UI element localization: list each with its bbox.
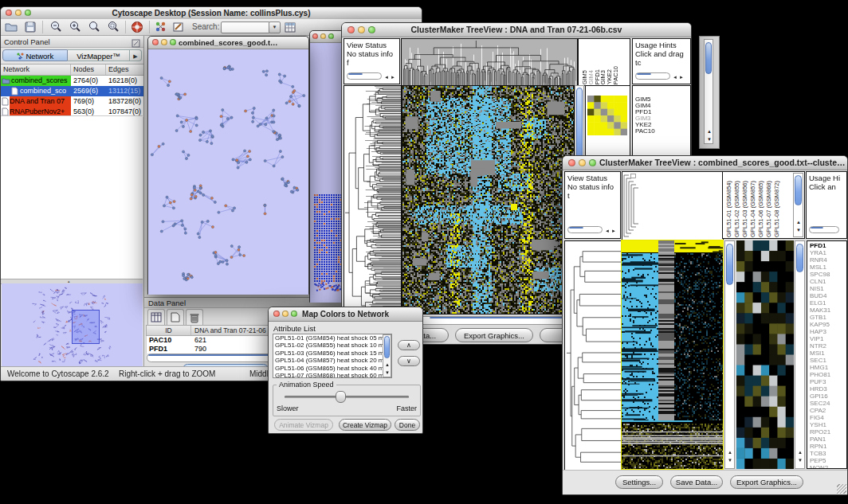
zoom-fit-button[interactable] [87, 20, 101, 34]
treeview2-heatmap[interactable] [622, 240, 723, 469]
list-item[interactable]: GTB1 [810, 314, 830, 321]
treeview2-column-dendrogram[interactable] [622, 171, 724, 240]
animation-speed-slider-track[interactable] [285, 396, 409, 398]
list-item[interactable]: PEP5 [810, 457, 830, 464]
list-item[interactable]: FIG4 [810, 414, 830, 421]
scroll-right-icon[interactable]: ► [391, 75, 395, 80]
network-row-combined-sco-selected[interactable]: combined_sco 2569(6) 13112(15) [1, 86, 143, 96]
export-graphics-button[interactable]: Export Graphics... [455, 328, 533, 342]
list-item[interactable]: HRD3 [810, 385, 830, 393]
column-header-edges[interactable]: Edges [106, 64, 143, 75]
move-down-button[interactable]: ∨ [398, 356, 420, 366]
list-item[interactable]: MSL1 [810, 264, 830, 271]
list-item[interactable]: GPL51-02 (GSM855) [733, 181, 741, 237]
save-data-button[interactable]: Save Data... [670, 475, 723, 489]
column-labels-vscrollbar[interactable]: ▲ ▼ [793, 173, 803, 237]
dialog-titlebar[interactable]: Map Colors to Network [269, 307, 422, 322]
network-edit-button[interactable] [154, 20, 168, 34]
scroll-right-icon[interactable]: ► [611, 229, 616, 233]
scroll-left-icon[interactable]: ◄ [605, 229, 610, 233]
list-item[interactable]: PAC10 [613, 66, 619, 84]
treeview1-column-dendrogram[interactable] [401, 38, 578, 86]
network-view-canvas[interactable] [148, 49, 308, 295]
treeview1-gene-dendrogram[interactable] [344, 85, 402, 315]
list-item[interactable]: GPL51-06 (GSM865) heat shock 40 min [273, 365, 391, 372]
network-row-dna-tran[interactable]: DNA and Tran 07 769(0) 183728(0) [1, 96, 143, 107]
list-item[interactable]: GPI16 [810, 393, 830, 400]
open-file-button[interactable] [4, 20, 18, 34]
tab-overflow-button[interactable]: ▶ [130, 49, 142, 61]
column-header-network[interactable]: Network [1, 64, 71, 75]
tab-network[interactable]: Network [2, 49, 68, 61]
main-titlebar[interactable]: Cytoscape Desktop (Session Name: collins… [1, 7, 422, 20]
view-status-hscrollbar[interactable] [347, 72, 382, 80]
delete-attribute-button[interactable] [186, 309, 203, 325]
list-item[interactable]: YSH1 [810, 421, 830, 428]
list-item[interactable]: PFD1 [810, 242, 830, 249]
zoom-out-button[interactable] [49, 20, 63, 34]
list-item[interactable]: VIP1 [810, 335, 830, 342]
move-up-button[interactable]: ∧ [398, 340, 420, 350]
list-item[interactable]: GPL51-02 (GSM855) heat shock 10 min [273, 342, 391, 349]
export-graphics-button[interactable]: Export Graphics... [730, 475, 803, 489]
list-item[interactable]: RPN1 [810, 443, 830, 450]
list-item[interactable]: GPL51-07 (GSM868) heat shock 60 min [273, 372, 391, 378]
list-item[interactable]: ELG1 [810, 299, 830, 307]
animation-speed-slider-thumb[interactable] [336, 391, 346, 403]
column-header-nodes[interactable]: Nodes [71, 64, 106, 75]
scroll-down-icon[interactable]: ▼ [728, 458, 732, 463]
list-item[interactable]: GPL51-01 (GSM854) [725, 181, 733, 237]
list-item[interactable]: GPL51-03 (GSM856) heat shock 15 min [273, 350, 391, 357]
treeview2-zoom-heatmap[interactable] [736, 240, 794, 469]
annotation-button[interactable] [171, 20, 186, 34]
zoom-in-button[interactable] [68, 20, 82, 34]
network-row-combined-scores[interactable]: combined_scores 2764(0) 16218(0) [1, 76, 143, 86]
minimize-button[interactable] [320, 33, 326, 39]
list-item[interactable]: GPL51-03 (GSM856) [741, 181, 749, 237]
network-view-titlebar[interactable]: combined_scores_good.txt--cluste... [148, 37, 308, 49]
scroll-down-icon[interactable]: ▼ [707, 137, 712, 142]
list-item[interactable]: GPL51-04 (GSM857) [749, 181, 757, 237]
select-attributes-button[interactable] [147, 309, 165, 325]
list-item[interactable]: TCB3 [810, 450, 830, 457]
attribute-table-button[interactable] [283, 20, 297, 34]
hidden-window-scrollbar-sliver[interactable]: ▲ ▼ [699, 36, 720, 149]
list-item[interactable]: MON2 [810, 464, 830, 469]
scroll-up-icon[interactable]: ▲ [385, 362, 390, 367]
list-item[interactable]: HAP3 [810, 328, 830, 335]
zoom-selected-button[interactable] [106, 20, 120, 34]
create-vizmap-button[interactable]: Create Vizmap [339, 419, 391, 431]
scroll-up-icon[interactable]: ▲ [707, 129, 712, 134]
zoom-heatmap-vscrollbar[interactable]: ▲ ▼ [795, 240, 805, 469]
list-item[interactable]: SEC1 [810, 357, 830, 364]
list-item[interactable]: PUF3 [810, 378, 830, 385]
list-item[interactable]: PAC10 [635, 128, 655, 135]
list-item[interactable]: BUD4 [810, 292, 830, 299]
list-item[interactable]: KAP95 [810, 321, 830, 328]
overview-viewport-rect[interactable] [72, 310, 100, 344]
scroll-left-icon[interactable]: ◄ [384, 75, 389, 80]
network-overview-panel[interactable] [2, 283, 143, 368]
list-item[interactable]: GPL51-01 (GSM854) heat shock 05 min [273, 334, 391, 342]
treeview1-titlebar[interactable]: ClusterMaker TreeView : DNA and Tran 07-… [342, 23, 691, 37]
save-session-button[interactable] [23, 20, 37, 34]
list-item[interactable]: CPA2 [810, 407, 830, 414]
scroll-down-icon[interactable]: ▼ [796, 228, 801, 232]
usage-hints-hscrollbar[interactable] [809, 226, 839, 233]
list-item[interactable]: SEC24 [810, 400, 830, 407]
list-item[interactable]: MSI1 [810, 350, 830, 357]
list-item[interactable]: GPL51-07 (GSM868) [765, 181, 773, 237]
usage-hints-hscrollbar[interactable] [635, 72, 670, 80]
list-item[interactable]: CLN1 [810, 278, 830, 285]
search-dropdown-button[interactable]: ▼ [269, 21, 281, 33]
list-item[interactable]: RPO21 [810, 428, 830, 436]
column-header-id[interactable]: ID [147, 326, 191, 335]
list-item[interactable]: GPL51-06 (GSM865) [757, 181, 765, 237]
list-item[interactable]: NIS1 [810, 285, 830, 292]
scroll-up-icon[interactable]: ▲ [798, 450, 803, 455]
list-item[interactable]: PAN1 [810, 436, 830, 443]
list-item[interactable]: YRA1 [810, 249, 830, 256]
treeview2-titlebar[interactable]: ClusterMaker TreeView : combined_scores_… [563, 156, 847, 170]
treeview2-vscrollbar[interactable]: ▲ ▼ [724, 240, 735, 469]
network-tree-empty-area[interactable] [1, 115, 143, 279]
